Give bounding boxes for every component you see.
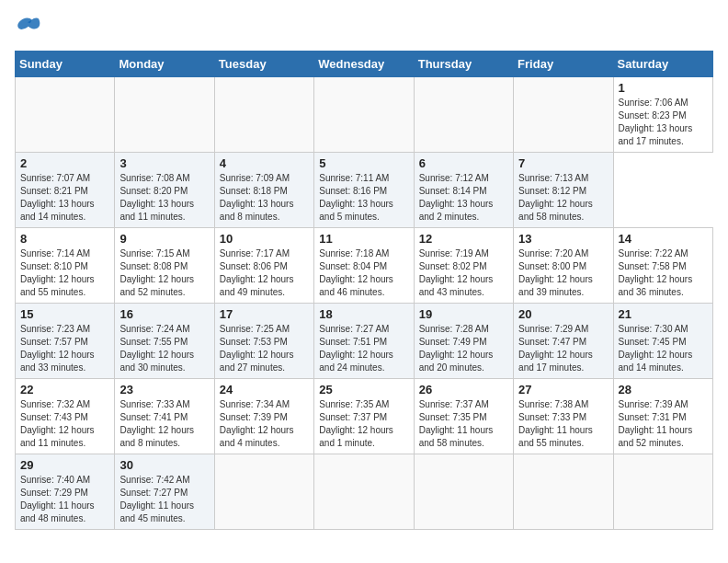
day-info: Sunrise: 7:40 AMSunset: 7:29 PMDaylight:…: [20, 474, 109, 525]
day-number: 12: [419, 232, 508, 246]
calendar-cell: 5Sunrise: 7:11 AMSunset: 8:16 PMDaylight…: [314, 153, 414, 228]
day-info: Sunrise: 7:38 AMSunset: 7:33 PMDaylight:…: [518, 398, 608, 450]
header-wednesday: Wednesday: [314, 52, 414, 77]
page-header: [15, 15, 713, 40]
calendar-week-row: 2Sunrise: 7:07 AMSunset: 8:21 PMDaylight…: [16, 153, 713, 228]
calendar-cell: 2Sunrise: 7:07 AMSunset: 8:21 PMDaylight…: [16, 153, 115, 228]
day-number: 1: [619, 81, 708, 95]
day-number: 29: [20, 458, 109, 472]
day-number: 22: [20, 383, 109, 396]
day-info: Sunrise: 7:15 AMSunset: 8:08 PMDaylight:…: [119, 247, 209, 299]
day-info: Sunrise: 7:24 AMSunset: 7:55 PMDaylight:…: [119, 323, 209, 374]
header-friday: Friday: [514, 52, 613, 77]
day-info: Sunrise: 7:37 AMSunset: 7:35 PMDaylight:…: [419, 398, 508, 450]
logo-bird-icon: [15, 15, 40, 35]
calendar-cell: [115, 77, 214, 153]
header-thursday: Thursday: [414, 52, 513, 77]
day-number: 20: [518, 307, 608, 321]
day-number: 4: [220, 156, 309, 170]
calendar-cell: 1Sunrise: 7:06 AMSunset: 8:23 PMDaylight…: [613, 77, 712, 153]
day-info: Sunrise: 7:35 AMSunset: 7:37 PMDaylight:…: [319, 398, 408, 450]
calendar-cell: 12Sunrise: 7:19 AMSunset: 8:02 PMDayligh…: [414, 228, 513, 304]
header-tuesday: Tuesday: [214, 52, 313, 77]
day-number: 23: [119, 383, 209, 396]
day-number: 16: [119, 307, 209, 321]
calendar-cell: 4Sunrise: 7:09 AMSunset: 8:18 PMDaylight…: [214, 153, 313, 228]
day-number: 24: [220, 383, 309, 396]
calendar-week-row: 8Sunrise: 7:14 AMSunset: 8:10 PMDaylight…: [16, 228, 713, 304]
day-info: Sunrise: 7:09 AMSunset: 8:18 PMDaylight:…: [220, 172, 309, 224]
calendar-cell: 19Sunrise: 7:28 AMSunset: 7:49 PMDayligh…: [414, 304, 513, 379]
day-info: Sunrise: 7:18 AMSunset: 8:04 PMDaylight:…: [319, 247, 408, 299]
calendar-cell: 21Sunrise: 7:30 AMSunset: 7:45 PMDayligh…: [613, 304, 712, 379]
calendar-cell: 17Sunrise: 7:25 AMSunset: 7:53 PMDayligh…: [214, 304, 313, 379]
day-info: Sunrise: 7:17 AMSunset: 8:06 PMDaylight:…: [220, 247, 309, 299]
day-info: Sunrise: 7:25 AMSunset: 7:53 PMDaylight:…: [220, 323, 309, 374]
calendar-cell: [314, 454, 414, 530]
day-number: 6: [419, 156, 508, 170]
day-number: 19: [419, 307, 508, 321]
calendar-cell: 28Sunrise: 7:39 AMSunset: 7:31 PMDayligh…: [613, 379, 712, 454]
calendar-cell: 3Sunrise: 7:08 AMSunset: 8:20 PMDaylight…: [115, 153, 214, 228]
day-number: 21: [619, 307, 708, 321]
day-number: 3: [119, 156, 209, 170]
calendar-table: SundayMondayTuesdayWednesdayThursdayFrid…: [15, 51, 713, 530]
day-number: 8: [20, 232, 109, 246]
calendar-cell: [16, 77, 115, 153]
calendar-cell: [514, 454, 613, 530]
calendar-cell: 9Sunrise: 7:15 AMSunset: 8:08 PMDaylight…: [115, 228, 214, 304]
calendar-cell: [514, 77, 613, 153]
calendar-week-row: 29Sunrise: 7:40 AMSunset: 7:29 PMDayligh…: [16, 454, 713, 530]
day-info: Sunrise: 7:23 AMSunset: 7:57 PMDaylight:…: [20, 323, 109, 374]
calendar-cell: 6Sunrise: 7:12 AMSunset: 8:14 PMDaylight…: [414, 153, 513, 228]
day-info: Sunrise: 7:27 AMSunset: 7:51 PMDaylight:…: [319, 323, 408, 374]
day-info: Sunrise: 7:34 AMSunset: 7:39 PMDaylight:…: [220, 398, 309, 450]
calendar-cell: 27Sunrise: 7:38 AMSunset: 7:33 PMDayligh…: [514, 379, 613, 454]
day-info: Sunrise: 7:30 AMSunset: 7:45 PMDaylight:…: [619, 323, 708, 374]
day-info: Sunrise: 7:29 AMSunset: 7:47 PMDaylight:…: [518, 323, 608, 374]
calendar-cell: 20Sunrise: 7:29 AMSunset: 7:47 PMDayligh…: [514, 304, 613, 379]
day-info: Sunrise: 7:13 AMSunset: 8:12 PMDaylight:…: [518, 172, 608, 224]
calendar-cell: 8Sunrise: 7:14 AMSunset: 8:10 PMDaylight…: [16, 228, 115, 304]
day-info: Sunrise: 7:39 AMSunset: 7:31 PMDaylight:…: [619, 398, 708, 450]
day-info: Sunrise: 7:07 AMSunset: 8:21 PMDaylight:…: [20, 172, 109, 224]
calendar-cell: 13Sunrise: 7:20 AMSunset: 8:00 PMDayligh…: [514, 228, 613, 304]
day-number: 2: [20, 156, 109, 170]
day-number: 9: [119, 232, 209, 246]
day-number: 26: [419, 383, 508, 396]
day-number: 13: [518, 232, 608, 246]
calendar-cell: [214, 77, 313, 153]
day-info: Sunrise: 7:32 AMSunset: 7:43 PMDaylight:…: [20, 398, 109, 450]
day-number: 7: [518, 156, 608, 170]
calendar-cell: [214, 454, 313, 530]
calendar-week-row: 22Sunrise: 7:32 AMSunset: 7:43 PMDayligh…: [16, 379, 713, 454]
header-monday: Monday: [115, 52, 214, 77]
day-info: Sunrise: 7:19 AMSunset: 8:02 PMDaylight:…: [419, 247, 508, 299]
day-number: 15: [20, 307, 109, 321]
day-info: Sunrise: 7:12 AMSunset: 8:14 PMDaylight:…: [419, 172, 508, 224]
calendar-cell: 29Sunrise: 7:40 AMSunset: 7:29 PMDayligh…: [16, 454, 115, 530]
day-number: 28: [619, 383, 708, 396]
day-number: 5: [319, 156, 408, 170]
calendar-cell: 26Sunrise: 7:37 AMSunset: 7:35 PMDayligh…: [414, 379, 513, 454]
day-number: 17: [220, 307, 309, 321]
calendar-week-row: 15Sunrise: 7:23 AMSunset: 7:57 PMDayligh…: [16, 304, 713, 379]
calendar-cell: [414, 454, 513, 530]
calendar-cell: 10Sunrise: 7:17 AMSunset: 8:06 PMDayligh…: [214, 228, 313, 304]
calendar-cell: 15Sunrise: 7:23 AMSunset: 7:57 PMDayligh…: [16, 304, 115, 379]
day-number: 10: [220, 232, 309, 246]
day-info: Sunrise: 7:33 AMSunset: 7:41 PMDaylight:…: [119, 398, 209, 450]
day-number: 27: [518, 383, 608, 396]
logo: [15, 15, 44, 40]
calendar-cell: 7Sunrise: 7:13 AMSunset: 8:12 PMDaylight…: [514, 153, 613, 228]
calendar-cell: 16Sunrise: 7:24 AMSunset: 7:55 PMDayligh…: [115, 304, 214, 379]
day-info: Sunrise: 7:14 AMSunset: 8:10 PMDaylight:…: [20, 247, 109, 299]
calendar-cell: 30Sunrise: 7:42 AMSunset: 7:27 PMDayligh…: [115, 454, 214, 530]
day-number: 25: [319, 383, 408, 396]
day-number: 11: [319, 232, 408, 246]
calendar-cell: 25Sunrise: 7:35 AMSunset: 7:37 PMDayligh…: [314, 379, 414, 454]
day-info: Sunrise: 7:06 AMSunset: 8:23 PMDaylight:…: [619, 97, 708, 148]
calendar-cell: [414, 77, 513, 153]
header-saturday: Saturday: [613, 52, 712, 77]
calendar-cell: 18Sunrise: 7:27 AMSunset: 7:51 PMDayligh…: [314, 304, 414, 379]
